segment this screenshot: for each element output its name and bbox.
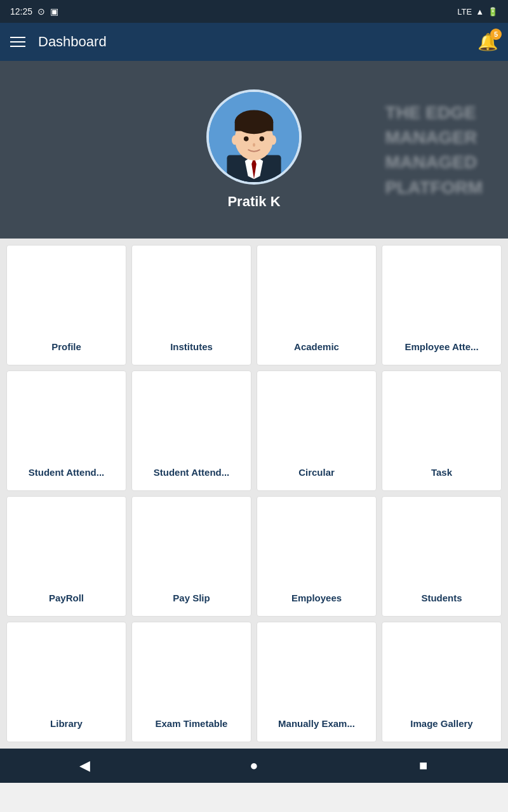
grid-item-payroll[interactable]: PayRoll (6, 496, 126, 617)
grid-item-label-students: Students (417, 593, 465, 603)
hamburger-line-1 (10, 37, 25, 38)
svg-point-9 (260, 136, 265, 141)
grid-item-label-task: Task (427, 467, 456, 478)
profile-name: Pratik K (227, 193, 280, 210)
recording-icon: ⊙ (37, 6, 45, 16)
home-button[interactable]: ● (241, 753, 267, 778)
svg-rect-7 (235, 122, 274, 131)
status-right: LTE ▲ 🔋 (457, 7, 498, 16)
svg-point-11 (232, 135, 237, 145)
grid-item-student-attend-1[interactable]: Student Attend... (6, 370, 126, 491)
dashboard-grid: ProfileInstitutesAcademicEmployee Atte..… (0, 239, 508, 749)
grid-item-label-manually-exam: Manually Exam... (274, 718, 359, 729)
svg-point-8 (244, 136, 249, 141)
profile-header: THE EDGEMANAGERMANAGEDPLATFORM (0, 61, 508, 239)
home-icon: ● (250, 757, 258, 774)
grid-item-employees[interactable]: Employees (257, 496, 377, 617)
network-label: LTE (457, 7, 472, 16)
bottom-nav: ◀ ● ■ (0, 749, 508, 783)
grid-item-task[interactable]: Task (382, 370, 502, 491)
grid-item-label-student-attend-1: Student Attend... (25, 467, 108, 478)
grid-item-label-student-attend-2: Student Attend... (150, 467, 233, 478)
grid-item-label-profile: Profile (48, 341, 85, 352)
grid-item-pay-slip[interactable]: Pay Slip (131, 496, 251, 617)
avatar-svg (209, 92, 299, 182)
battery-icon: 🔋 (488, 7, 498, 16)
grid-item-academic[interactable]: Academic (257, 245, 377, 365)
background-text: THE EDGEMANAGERMANAGEDPLATFORM (385, 100, 483, 200)
grid-item-image-gallery[interactable]: Image Gallery (382, 622, 502, 742)
sim-icon: ▣ (50, 6, 58, 16)
signal-icon: ▲ (476, 7, 484, 16)
grid-item-manually-exam[interactable]: Manually Exam... (257, 622, 377, 742)
back-icon: ◀ (79, 757, 90, 774)
notification-badge: 5 (490, 29, 502, 40)
menu-button[interactable] (10, 37, 25, 47)
grid-item-label-employees: Employees (288, 593, 345, 603)
app-bar: Dashboard 🔔 5 (0, 23, 508, 61)
status-bar: 12:25 ⊙ ▣ LTE ▲ 🔋 (0, 0, 508, 23)
grid-item-label-employee-attendance: Employee Atte... (401, 341, 482, 352)
recents-button[interactable]: ■ (411, 753, 436, 778)
grid-item-label-institutes: Institutes (166, 341, 217, 352)
grid-item-label-payroll: PayRoll (45, 593, 88, 603)
back-button[interactable]: ◀ (72, 753, 97, 778)
recents-icon: ■ (419, 757, 427, 774)
page-title: Dashboard (38, 34, 478, 50)
svg-point-10 (253, 143, 255, 147)
grid-item-profile[interactable]: Profile (6, 245, 126, 365)
grid-item-label-academic: Academic (290, 341, 343, 352)
grid-item-label-circular: Circular (295, 467, 338, 478)
time: 12:25 (10, 6, 32, 16)
grid-item-institutes[interactable]: Institutes (131, 245, 251, 365)
grid-item-library[interactable]: Library (6, 622, 126, 742)
hamburger-line-3 (10, 46, 25, 47)
grid-item-label-library: Library (46, 718, 86, 729)
notification-button[interactable]: 🔔 5 (478, 32, 498, 52)
grid-item-label-pay-slip: Pay Slip (169, 593, 213, 603)
grid-item-circular[interactable]: Circular (257, 370, 377, 491)
svg-point-12 (271, 135, 276, 145)
grid-item-label-image-gallery: Image Gallery (406, 718, 476, 729)
grid-item-student-attend-2[interactable]: Student Attend... (131, 370, 251, 491)
hamburger-line-2 (10, 41, 25, 43)
avatar[interactable] (206, 89, 302, 185)
grid-item-label-exam-timetable: Exam Timetable (152, 718, 232, 729)
status-left: 12:25 ⊙ ▣ (10, 6, 58, 16)
grid-item-employee-attendance[interactable]: Employee Atte... (382, 245, 502, 365)
grid-item-exam-timetable[interactable]: Exam Timetable (131, 622, 251, 742)
grid-item-students[interactable]: Students (382, 496, 502, 617)
